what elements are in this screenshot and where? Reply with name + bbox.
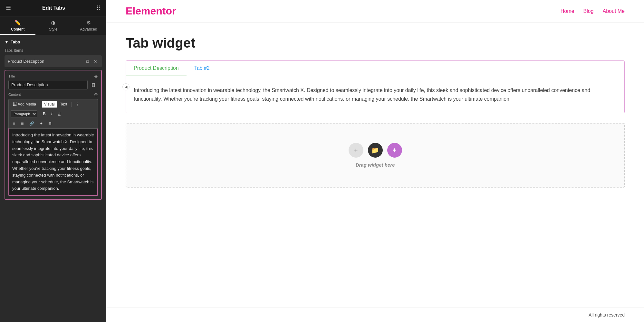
site-content: Tab widget ◀ Product Description Tab #2 … — [106, 23, 644, 308]
tab-item-row: Product Description ⧉ ✕ — [5, 55, 102, 67]
underline-button[interactable]: U — [55, 110, 63, 117]
ai-button[interactable]: ✦ — [387, 143, 402, 158]
toolbar-separator-3 — [39, 111, 39, 116]
tab-nav: Product Description Tab #2 — [126, 61, 624, 76]
collapse-arrow-icon[interactable]: ▼ — [5, 40, 9, 44]
tab-widget: ◀ Product Description Tab #2 Introducing… — [126, 60, 625, 113]
bold-button[interactable]: B — [41, 110, 48, 117]
page-title: Tab widget — [126, 35, 625, 51]
tab-style[interactable]: ◑ Style — [35, 16, 71, 35]
drag-widget-buttons: + 📁 ✦ — [349, 143, 402, 158]
templates-button[interactable]: 📁 — [368, 143, 383, 158]
toolbar-separator-2 — [71, 102, 72, 107]
toolbar-separator-1 — [40, 102, 40, 107]
style-tab-label: Style — [49, 27, 58, 32]
content-label-row: Content ⊕ — [8, 92, 98, 97]
special-chars-button[interactable]: ✦ — [37, 120, 45, 127]
add-media-button[interactable]: 🖼 Add Media — [11, 101, 38, 108]
tab-content-area: Introducing the latest innovation in wea… — [126, 76, 624, 113]
panel-header: ☰ Edit Tabs ⠿ — [0, 0, 106, 16]
content-tools-icon[interactable]: ⊕ — [94, 92, 98, 97]
tabs-section-label: Tabs — [11, 40, 20, 44]
collapse-arrow[interactable]: ◀ — [122, 83, 130, 90]
left-panel: ☰ Edit Tabs ⠿ ✏️ Content ◑ Style ⚙ Advan… — [0, 0, 106, 322]
duplicate-tab-button[interactable]: ⧉ — [84, 58, 90, 65]
panel-tabs: ✏️ Content ◑ Style ⚙ Advanced — [0, 16, 106, 35]
nav-blog[interactable]: Blog — [583, 8, 593, 14]
advanced-tab-label: Advanced — [80, 27, 97, 32]
panel-body: ▼ Tabs Tabs Items Product Description ⧉ … — [0, 35, 106, 322]
tab-nav-product-description[interactable]: Product Description — [126, 61, 187, 76]
drag-widget-area: + 📁 ✦ Drag widget here — [126, 123, 625, 188]
toolbar-row-1: 🖼 Add Media Visual Text ⋮ — [11, 101, 96, 108]
advanced-tab-icon: ⚙ — [86, 20, 91, 26]
delete-tab-button[interactable]: ✕ — [92, 58, 99, 65]
title-content-section: Title ⊕ 🗑 Content ⊕ 🖼 Add Media — [5, 70, 102, 200]
add-media-icon: 🖼 — [13, 102, 17, 106]
site-nav: Home Blog About Me — [561, 8, 625, 14]
editor-toolbar: 🖼 Add Media Visual Text ⋮ Paragraph B I — [8, 99, 98, 128]
tab-item-label: Product Description — [8, 59, 82, 64]
footer-text: All rights reserved — [589, 312, 625, 317]
site-footer: All rights reserved — [106, 308, 644, 322]
tab-nav-tab2[interactable]: Tab #2 — [187, 61, 217, 76]
style-tab-icon: ◑ — [51, 20, 55, 26]
hamburger-icon[interactable]: ☰ — [6, 5, 11, 12]
title-delete-button[interactable]: 🗑 — [89, 81, 98, 88]
tabs-section-header: ▼ Tabs — [5, 40, 102, 44]
visual-button[interactable]: Visual — [42, 101, 57, 108]
grid-icon[interactable]: ⠿ — [96, 5, 101, 12]
content-tab-icon: ✏️ — [14, 20, 21, 26]
drag-label: Drag widget here — [356, 162, 395, 168]
title-field-label: Title ⊕ — [8, 74, 98, 79]
editor-content-area[interactable]: Introducing the latest innovation in wea… — [8, 128, 98, 196]
panel-title: Edit Tabs — [42, 5, 65, 11]
title-input-row: 🗑 — [8, 80, 98, 89]
dynamic-title-icon[interactable]: ⊕ — [94, 74, 98, 79]
right-panel: Elementor Home Blog About Me Tab widget … — [106, 0, 644, 322]
text-button[interactable]: Text — [58, 101, 70, 108]
tab-advanced[interactable]: ⚙ Advanced — [71, 16, 106, 35]
link-button[interactable]: 🔗 — [27, 120, 36, 127]
more-button[interactable]: ⋮ — [73, 101, 82, 108]
content-label: Content — [8, 93, 21, 97]
content-tab-label: Content — [11, 27, 24, 32]
add-widget-button[interactable]: + — [349, 143, 363, 158]
toolbar-row-3: ≡ ≣ 🔗 ✦ ⊞ — [11, 120, 96, 127]
title-input[interactable] — [8, 80, 88, 89]
unordered-list-button[interactable]: ≡ — [11, 120, 17, 127]
nav-home[interactable]: Home — [561, 8, 574, 14]
tab-content[interactable]: ✏️ Content — [0, 16, 35, 35]
title-field-row: Title ⊕ 🗑 — [8, 74, 98, 89]
paragraph-select[interactable]: Paragraph — [11, 110, 37, 117]
nav-about-me[interactable]: About Me — [603, 8, 625, 14]
site-header: Elementor Home Blog About Me — [106, 0, 644, 23]
table-button[interactable]: ⊞ — [46, 120, 54, 127]
site-logo: Elementor — [126, 5, 176, 17]
tabs-items-label: Tabs Items — [5, 48, 102, 53]
ordered-list-button[interactable]: ≣ — [18, 120, 26, 127]
italic-button[interactable]: I — [49, 110, 54, 117]
toolbar-row-2: Paragraph B I U — [11, 110, 96, 117]
